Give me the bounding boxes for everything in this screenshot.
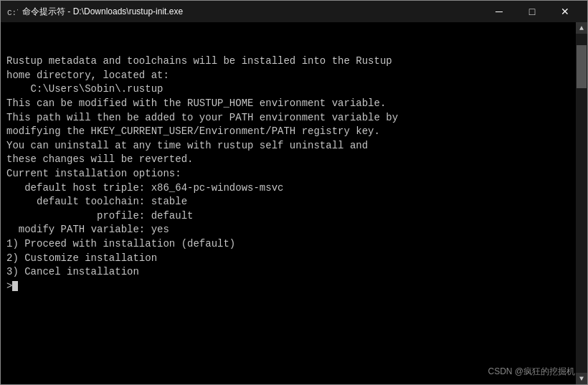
- terminal-line: This path will then be added to your PAT…: [6, 111, 570, 125]
- minimize-button[interactable]: ─: [483, 1, 516, 22]
- watermark: CSDN @疯狂的挖掘机: [488, 366, 575, 378]
- maximize-button[interactable]: □: [516, 1, 549, 22]
- terminal-line: home directory, located at:: [6, 69, 570, 83]
- terminal-line: 1) Proceed with installation (default): [6, 237, 570, 252]
- terminal-line: default toolchain: stable: [6, 195, 570, 209]
- terminal-line: Rustup metadata and toolchains will be i…: [6, 54, 570, 69]
- terminal-line: 3) Cancel installation: [6, 265, 570, 280]
- scroll-up-arrow[interactable]: ▲: [576, 22, 587, 34]
- terminal-line: C:\Users\Sobin\.rustup: [6, 82, 570, 97]
- terminal-line: default host triple: x86_64-pc-windows-m…: [6, 181, 570, 196]
- cmd-icon: C:\: [6, 6, 18, 17]
- scrollbar[interactable]: ▲ ▼: [576, 22, 587, 384]
- terminal-content[interactable]: Rustup metadata and toolchains will be i…: [1, 22, 576, 384]
- terminal-line: >: [6, 280, 570, 294]
- window-controls: ─ □ ✕: [483, 1, 582, 22]
- terminal-line: This can be modified with the RUSTUP_HOM…: [6, 97, 570, 111]
- close-button[interactable]: ✕: [549, 1, 582, 22]
- terminal-line: You can uninstall at any time with rustu…: [6, 139, 570, 153]
- cursor: [12, 281, 18, 291]
- title-bar: C:\ 命令提示符 - D:\Downloads\rustup-init.exe…: [1, 1, 587, 22]
- terminal-line: modify PATH variable: yes: [6, 223, 570, 237]
- terminal-line: Current installation options:: [6, 167, 570, 181]
- terminal-line: these changes will be reverted.: [6, 153, 570, 167]
- terminal-body: Rustup metadata and toolchains will be i…: [1, 22, 587, 384]
- window: C:\ 命令提示符 - D:\Downloads\rustup-init.exe…: [0, 0, 588, 385]
- scrollbar-thumb[interactable]: [577, 45, 587, 88]
- scroll-down-arrow[interactable]: ▼: [576, 373, 587, 384]
- svg-text:C:\: C:\: [7, 9, 18, 17]
- terminal-line: modifying the HKEY_CURRENT_USER/Environm…: [6, 125, 570, 139]
- terminal-line: profile: default: [6, 209, 570, 224]
- terminal-line: 2) Customize installation: [6, 252, 570, 266]
- window-title: 命令提示符 - D:\Downloads\rustup-init.exe: [22, 6, 478, 18]
